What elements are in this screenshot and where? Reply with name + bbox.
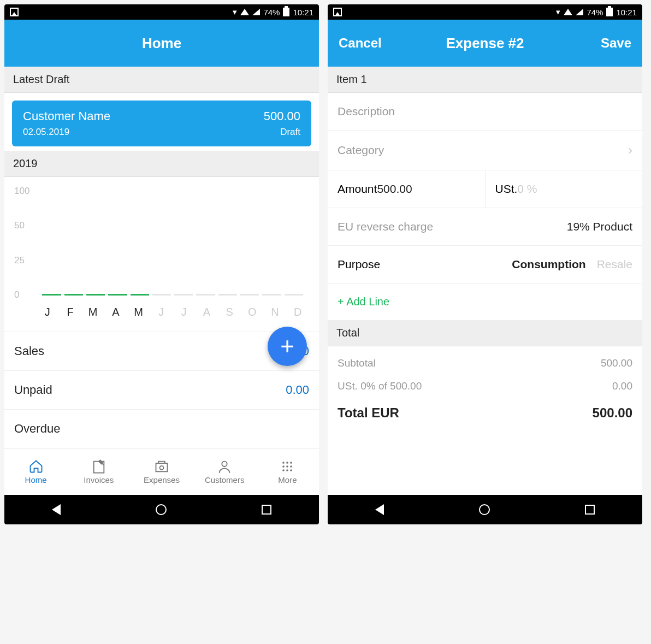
svg-point-4 xyxy=(283,462,285,464)
svg-point-5 xyxy=(287,462,289,464)
amount-field[interactable]: Amount 500.00 xyxy=(328,170,486,208)
cell-signal-icon xyxy=(576,9,583,15)
expense-screen: ▾ 74% 10:21 Cancel Expense #2 Save Item … xyxy=(328,4,642,524)
android-nav-bar xyxy=(4,495,319,524)
total-eur-line: Total EUR500.00 xyxy=(328,398,642,428)
dropdown-caret-icon: ▾ xyxy=(233,7,237,17)
status-bar: ▾ 74% 10:21 xyxy=(328,4,642,20)
android-nav-bar xyxy=(328,495,642,524)
draft-amount: 500.00 xyxy=(264,109,300,123)
tab-bar: Home Invoices Expenses Customers More xyxy=(4,448,319,495)
sales-chart: 100 50 25 0 J F M A M J J xyxy=(4,177,319,332)
battery-percent: 74% xyxy=(263,8,280,17)
tab-invoices[interactable]: Invoices xyxy=(67,448,130,495)
tab-home[interactable]: Home xyxy=(4,448,67,495)
chevron-right-icon: › xyxy=(628,143,632,158)
tab-customers[interactable]: Customers xyxy=(193,448,256,495)
ust-line: USt. 0% of 500.000.00 xyxy=(328,375,642,398)
item-header: Item 1 xyxy=(328,67,642,93)
customer-icon xyxy=(216,459,233,474)
stat-unpaid[interactable]: Unpaid 0.00 xyxy=(4,370,319,409)
expense-icon xyxy=(153,459,170,474)
svg-point-9 xyxy=(291,465,293,468)
tab-more[interactable]: More xyxy=(256,448,319,495)
ust-placeholder: 0 % xyxy=(517,182,537,196)
app-bar: Home xyxy=(4,20,319,67)
nav-recent-icon[interactable] xyxy=(585,505,595,515)
stat-overdue[interactable]: Overdue xyxy=(4,409,319,448)
invoice-icon xyxy=(91,459,107,474)
battery-icon xyxy=(606,8,613,16)
year-header: 2019 xyxy=(4,151,319,177)
add-fab[interactable]: + xyxy=(268,327,307,366)
battery-icon xyxy=(283,8,289,16)
total-header: Total xyxy=(328,320,642,346)
plus-icon: + xyxy=(280,333,294,360)
more-icon xyxy=(279,459,295,474)
battery-percent: 74% xyxy=(587,8,603,17)
svg-point-8 xyxy=(287,465,289,468)
picture-icon xyxy=(333,8,342,16)
nav-recent-icon[interactable] xyxy=(262,505,271,515)
purpose-consumption[interactable]: Consumption xyxy=(512,258,585,271)
svg-rect-1 xyxy=(156,463,168,471)
svg-point-12 xyxy=(291,469,293,471)
draft-status: Draft xyxy=(264,127,300,138)
page-title: Expense #2 xyxy=(446,35,524,52)
svg-point-2 xyxy=(160,466,164,470)
eu-reverse-charge-field[interactable]: EU reverse charge 19% Product xyxy=(328,208,642,246)
cell-signal-icon xyxy=(252,9,260,15)
chart-x-axis: J F M A M J J A S O N D xyxy=(14,306,309,318)
clock: 10:21 xyxy=(293,8,313,17)
clock: 10:21 xyxy=(616,8,637,17)
wifi-icon xyxy=(240,9,249,15)
cancel-button[interactable]: Cancel xyxy=(339,36,382,51)
picture-icon xyxy=(10,8,19,16)
subtotal-line: Subtotal500.00 xyxy=(328,352,642,375)
svg-point-7 xyxy=(283,465,285,468)
nav-home-icon[interactable] xyxy=(479,504,490,515)
svg-point-3 xyxy=(222,462,227,466)
latest-draft-header: Latest Draft xyxy=(4,67,319,93)
wifi-icon xyxy=(564,9,572,15)
add-line-button[interactable]: + Add Line xyxy=(328,283,642,320)
home-icon xyxy=(28,459,44,474)
nav-back-icon[interactable] xyxy=(52,504,61,515)
dropdown-caret-icon: ▾ xyxy=(556,7,560,17)
nav-home-icon[interactable] xyxy=(156,504,167,515)
status-bar: ▾ 74% 10:21 xyxy=(4,4,319,20)
eurc-value: 19% Product xyxy=(567,220,632,233)
draft-card[interactable]: Customer Name 02.05.2019 500.00 Draft xyxy=(12,101,311,146)
amount-value: 500.00 xyxy=(377,182,412,196)
purpose-resale[interactable]: Resale xyxy=(597,258,632,271)
draft-date: 02.05.2019 xyxy=(23,127,110,138)
category-field[interactable]: Category › xyxy=(328,131,642,170)
app-bar: Cancel Expense #2 Save xyxy=(328,20,642,67)
purpose-field: Purpose Consumption Resale xyxy=(328,246,642,283)
chart-y-axis: 100 50 25 0 xyxy=(14,186,36,300)
nav-back-icon[interactable] xyxy=(375,504,384,515)
svg-point-11 xyxy=(287,469,289,471)
page-title: Home xyxy=(142,35,181,52)
svg-point-6 xyxy=(291,462,293,464)
ust-field[interactable]: USt. 0 % xyxy=(486,170,643,208)
tab-expenses[interactable]: Expenses xyxy=(130,448,193,495)
draft-customer: Customer Name xyxy=(23,109,110,123)
save-button[interactable]: Save xyxy=(601,36,631,51)
home-screen: ▾ 74% 10:21 Home Latest Draft Customer N… xyxy=(4,4,319,524)
svg-point-10 xyxy=(283,469,285,471)
chart-bars xyxy=(40,294,305,296)
description-field[interactable]: Description xyxy=(328,93,642,131)
